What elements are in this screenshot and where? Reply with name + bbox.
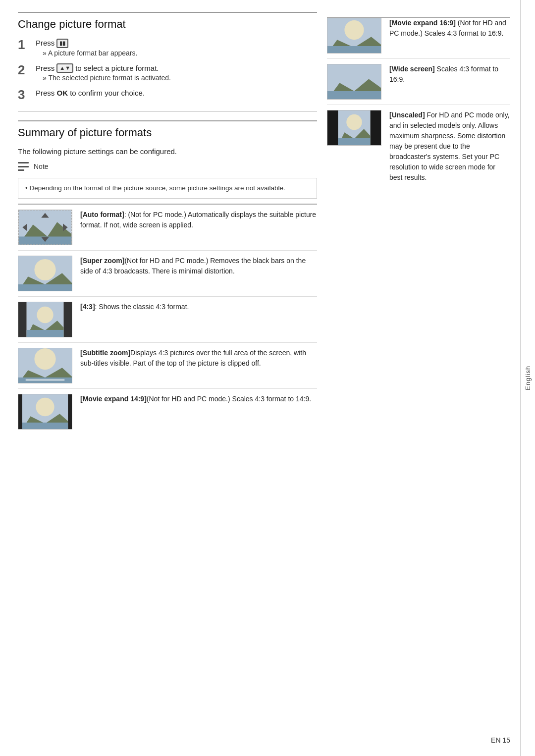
- svg-rect-25: [18, 394, 22, 430]
- svg-point-20: [34, 348, 55, 370]
- step-3: 3 Press OK to confirm your choice.: [18, 88, 317, 102]
- svg-point-42: [346, 114, 362, 130]
- svg-rect-26: [68, 394, 72, 430]
- svg-point-28: [36, 398, 54, 416]
- format-item-movie14: [Movie expand 14:9](Not for HD and PC mo…: [18, 388, 317, 434]
- step-2: 2 Press ▲▼ to select a picture format. T…: [18, 63, 317, 82]
- format-desc-auto: [Auto format]: (Not for PC mode.) Automa…: [80, 210, 317, 230]
- svg-rect-37: [327, 91, 381, 100]
- format-item-unscaled: [Unscaled] For HD and PC mode only, and …: [327, 105, 510, 188]
- format-list-right: [Movie expand 16:9] (Not for HD and PC m…: [327, 17, 510, 188]
- step-num-3: 3: [18, 88, 33, 102]
- format-name-movie14: [Movie expand 14:9]: [80, 395, 147, 403]
- format-name-auto: [Auto format]: [80, 211, 124, 218]
- format-item-movie16: [Movie expand 16:9] (Not for HD and PC m…: [327, 17, 510, 58]
- svg-rect-30: [22, 423, 68, 430]
- format-desc-unscaled: [Unscaled] For HD and PC mode only, and …: [389, 110, 510, 183]
- page-number: EN 15: [491, 736, 510, 744]
- format-button-icon: ▮▮: [56, 39, 68, 48]
- svg-point-9: [34, 259, 55, 280]
- svg-point-32: [344, 20, 364, 40]
- thumb-auto: [18, 210, 72, 245]
- format-item-superzoom: [Super zoom](Not for HD and PC mode.) Re…: [18, 250, 317, 296]
- thumb-wide: [327, 64, 381, 100]
- svg-rect-23: [26, 379, 65, 381]
- step1-press: Press: [36, 38, 54, 49]
- step2-text: to select a picture format.: [75, 63, 159, 74]
- format-item-auto: [Auto format]: (Not for PC mode.) Automa…: [18, 204, 317, 250]
- format-desc-superzoom: [Super zoom](Not for HD and PC mode.) Re…: [80, 256, 317, 276]
- format-desc-subtitlezoom: [Subtitle zoom]Displays 4:3 pictures ove…: [80, 348, 317, 369]
- section2-title: Summary of picture formats: [18, 120, 317, 139]
- svg-rect-44: [338, 138, 371, 146]
- svg-rect-40: [370, 110, 381, 146]
- step-num-1: 1: [18, 38, 33, 52]
- updown-button-icon: ▲▼: [56, 63, 73, 73]
- language-tab: English: [520, 0, 535, 756]
- section2-intro: The following picture settings can be co…: [18, 146, 317, 158]
- step2-press: Press: [36, 63, 54, 74]
- format-name-superzoom: [Super zoom]: [80, 257, 124, 265]
- right-column: [Movie expand 16:9] (Not for HD and PC m…: [327, 12, 510, 736]
- format-list-left: [Auto format]: (Not for PC mode.) Automa…: [18, 204, 317, 434]
- step3-text: Press OK to confirm your choice.: [36, 88, 145, 99]
- divider1: [18, 111, 317, 111]
- format-name-subtitlezoom: [Subtitle zoom]: [80, 349, 130, 357]
- format-item-wide: [Wide screen] Scales 4:3 format to 16:9.: [327, 58, 510, 105]
- step-1: 1 Press ▮▮ A picture format bar appears.: [18, 38, 317, 57]
- format-desc-43: [4:3]: Shows the classic 4:3 format.: [80, 302, 317, 312]
- thumb-subtitlezoom: [18, 348, 72, 383]
- format-item-43: [4:3]: Shows the classic 4:3 format.: [18, 296, 317, 342]
- format-item-subtitlezoom: [Subtitle zoom]Displays 4:3 pictures ove…: [18, 342, 317, 388]
- note-label: Note: [34, 162, 49, 170]
- svg-rect-34: [327, 46, 381, 54]
- note-text: Depending on the format of the picture s…: [29, 184, 285, 192]
- svg-rect-13: [18, 302, 27, 337]
- svg-point-16: [37, 307, 53, 323]
- format-name-43: [4:3]: [80, 303, 95, 311]
- format-desc-wide: [Wide screen] Scales 4:3 format to 16:9.: [389, 64, 510, 85]
- section1-title: Change picture format: [18, 12, 317, 31]
- note-content: • Depending on the format of the picture…: [18, 178, 317, 199]
- svg-rect-39: [327, 110, 338, 146]
- svg-rect-18: [27, 330, 64, 337]
- step1-sub: A picture format bar appears.: [43, 49, 317, 57]
- thumb-superzoom: [18, 256, 72, 291]
- thumb-movie16: [327, 18, 381, 54]
- note-box: Note: [18, 162, 317, 171]
- svg-rect-14: [63, 302, 72, 337]
- step-num-2: 2: [18, 63, 33, 77]
- language-label: English: [524, 366, 532, 390]
- note-icon: [18, 162, 29, 171]
- thumb-43: [18, 302, 72, 337]
- format-desc-movie14: [Movie expand 14:9](Not for HD and PC mo…: [80, 394, 317, 404]
- svg-rect-11: [18, 284, 72, 291]
- format-name-unscaled: [Unscaled]: [389, 111, 425, 119]
- thumb-unscaled: [327, 110, 381, 146]
- format-name-wide: [Wide screen]: [389, 65, 435, 73]
- format-text-movie14: (Not for HD and PC mode.) Scales 4:3 for…: [147, 395, 311, 403]
- format-text-43: : Shows the classic 4:3 format.: [95, 303, 189, 311]
- thumb-movie14: [18, 394, 72, 430]
- format-text-unscaled: For HD and PC mode only, and in selected…: [389, 111, 510, 181]
- format-desc-movie16: [Movie expand 16:9] (Not for HD and PC m…: [389, 18, 510, 39]
- format-name-movie16: [Movie expand 16:9]: [389, 19, 456, 27]
- step2-sub: The selected picture format is activated…: [43, 74, 317, 82]
